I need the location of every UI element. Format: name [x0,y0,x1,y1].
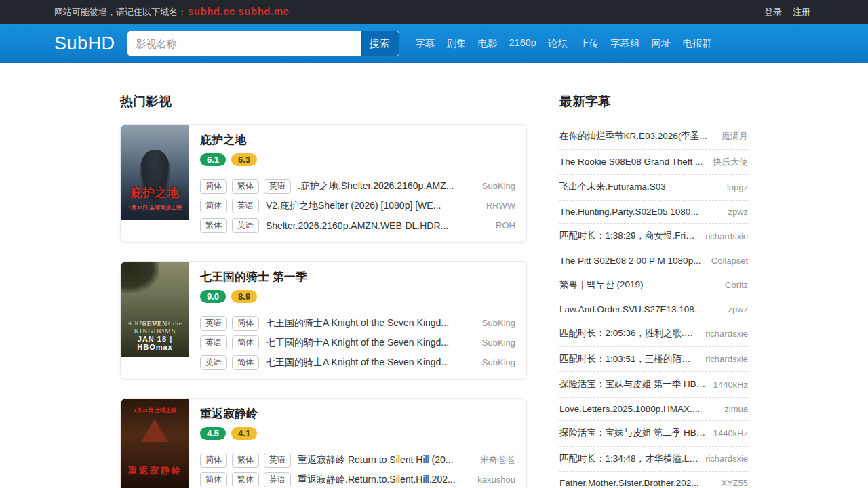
uploader-link[interactable]: 魔满月 [722,130,748,142]
subtitle-row: 简体 繁体 英语 .庇护之地.Shelter.2026.2160p.AMZ...… [200,176,515,196]
uploader-link[interactable]: zimua [724,404,748,414]
list-item: 匹配时长：2:05:36，胜利之歌.Yan...richardsxie [559,321,748,347]
lang-tag: 繁体 [232,472,259,487]
uploader-link[interactable]: 1440kHz [713,380,748,390]
subtitle-link[interactable]: The.Hunting.Party.S02E05.1080... [559,207,721,217]
nav-2160p[interactable]: 2160p [509,37,536,50]
subtitle-link[interactable]: 重返寂静岭 Return to Silent Hill (20... [298,454,475,466]
subtitle-link[interactable]: Shelter.2026.2160p.AMZN.WEB-DL.HDR... [266,220,491,231]
uploader-link[interactable]: SubKing [482,181,515,191]
uploader-link[interactable]: zpwz [728,207,748,217]
douban-rating-badge: 9.0 [200,290,226,303]
nav-urls[interactable]: 网址 [651,37,671,50]
poster-date-network: JAN 18 | HBOmax [121,335,189,351]
douban-rating-badge: 6.1 [200,153,226,166]
subtitle-link[interactable]: The Rookie S08E08 Grand Theft ... [559,157,706,167]
nav-forum[interactable]: 论坛 [548,37,568,50]
subtitle-link[interactable]: Love.Letters.2025.1080p.HMAX.... [559,404,717,414]
uploader-link[interactable]: richardsxie [705,354,748,364]
subtitle-link[interactable]: Father.Mother.Sister.Brother.202... [559,478,714,488]
uploader-link[interactable]: SubKing [482,357,515,367]
search-box: 搜索 [127,30,399,56]
movie-title[interactable]: 庇护之地 [200,132,515,148]
register-link[interactable]: 注册 [793,6,810,18]
uploader-link[interactable]: 快乐大使 [713,156,748,168]
subtitle-link[interactable]: 飞出个未来.Futurama.S03 [559,181,720,193]
uploader-link[interactable]: lnpgz [727,182,748,192]
login-link[interactable]: 登录 [764,6,782,18]
lang-tag: 英语 [200,336,227,350]
subtitle-link[interactable]: .庇护之地.Shelter.2026.2160p.AMZ... [298,180,477,192]
poster-date: JAN 18 [138,335,167,343]
poster-silent-hill[interactable]: 1月23日 全球上映 重返寂静岭 [121,399,189,488]
subtitle-link[interactable]: 七王國的騎士A Knight of the Seven Kingd... [266,337,477,349]
nav-movies[interactable]: 电影 [478,37,498,50]
lang-tag: 繁体 [232,453,259,468]
list-item: 繁粤｜백두산 (2019)Coritz [559,272,748,298]
latest-subtitles-title: 最新字幕 [559,93,748,110]
subtitle-row: 简体 繁体 英语 重返寂静岭 Return to Silent Hill (20… [200,450,515,470]
nav-upload[interactable]: 上传 [579,37,599,50]
lang-tag: 简体 [200,472,227,487]
subtitle-row: 英语 简体 七王國的騎士A Knight of the Seven Kingd.… [200,333,515,352]
lang-tag: 英语 [264,453,291,468]
subtitle-row: 繁体 英语 Shelter.2026.2160p.AMZN.WEB-DL.HDR… [200,216,515,235]
lang-tag: 英语 [264,472,291,487]
movie-title[interactable]: 重返寂静岭 [200,406,515,422]
poster-title-line2: SEVEN KINGDØMS [121,320,189,335]
uploader-link[interactable]: 米奇爸爸 [480,454,515,466]
subtitle-link[interactable]: 探险活宝：宝妹与皮姐 第二季 HBO ... [559,427,707,439]
domain-links[interactable]: subhd.cc subhd.me [188,5,289,17]
subtitle-link[interactable]: 重返寂静岭.Return.to.Silent.Hill.202... [298,474,473,486]
uploader-link[interactable]: 1440kHz [713,428,748,439]
imdb-rating-badge: 6.3 [231,153,257,166]
lang-tag: 繁体 [200,218,227,233]
uploader-link[interactable]: richardsxie [705,329,748,339]
uploader-link[interactable]: Collapset [711,256,748,266]
subtitle-link[interactable]: 七王国的骑士A Knight of the Seven Kingd... [266,317,477,329]
subtitle-link[interactable]: Law.And.Order.SVU.S27E13.108... [559,304,721,314]
subtitle-link[interactable]: 繁粤｜백두산 (2019) [559,279,718,291]
list-item: 匹配时长：1:38:29，商女恨.Frieda...richardsxie [559,224,748,249]
uploader-link[interactable]: richardsxie [705,453,748,464]
subtitle-link[interactable]: The Pitt S02E08 2 00 P M 1080p... [559,256,705,266]
subtitle-link[interactable]: 匹配时长：1:03:51，三楼的陌生人.... [559,353,698,365]
poster-pyramid-head [141,419,168,442]
subtitle-row: 简体 英语 V2.庇护之地Shelter (2026) [1080p] [WE.… [200,196,515,216]
latest-subtitles-list: 在你的灿烂季节KR.E03.2026(李圣...魔满月The Rookie S0… [559,124,748,488]
uploader-link[interactable]: XYZ55 [721,478,748,488]
subtitle-link[interactable]: 探险活宝：宝妹与皮姐 第一季 HBO ... [559,378,707,390]
nav-telegram[interactable]: 电报群 [682,37,712,50]
uploader-link[interactable]: kakushou [477,474,515,485]
list-item: 在你的灿烂季节KR.E03.2026(李圣...魔满月 [559,124,748,150]
uploader-link[interactable]: ROH [496,220,515,230]
subtitle-link[interactable]: V2.庇护之地Shelter (2026) [1080p] [WE... [266,200,481,212]
uploader-link[interactable]: Coritz [725,280,748,290]
subtitle-link[interactable]: 七王国的骑士A Knight of the Seven Kingd... [266,357,477,369]
movie-title[interactable]: 七王国的骑士 第一季 [200,269,515,285]
poster-knight[interactable]: A KNIGHT of the SEVEN KINGDØMS JAN 18 | … [121,262,189,357]
lang-tag: 英语 [232,218,259,233]
main-header: SubHD 搜索 字幕 剧集 电影 2160p 论坛 上传 字幕组 网址 电报群 [0,24,868,63]
nav-subgroups[interactable]: 字幕组 [610,37,640,50]
list-item: 探险活宝：宝妹与皮姐 第二季 HBO ...1440kHz [559,421,748,447]
lang-tag: 简体 [232,316,259,331]
nav-subtitles[interactable]: 字幕 [416,37,435,50]
subtitle-link[interactable]: 匹配时长：1:38:29，商女恨.Frieda... [559,230,698,242]
uploader-link[interactable]: RRWW [486,201,515,211]
search-input[interactable] [128,31,360,56]
uploader-link[interactable]: SubKing [482,338,515,348]
site-logo[interactable]: SubHD [54,33,115,54]
imdb-rating-badge: 4.1 [231,427,257,440]
nav-series[interactable]: 剧集 [447,37,467,50]
poster-shelter[interactable]: 庇护之地 1月30日 全球同步上映 [121,125,189,220]
subtitle-link[interactable]: 在你的灿烂季节KR.E03.2026(李圣... [559,130,715,142]
uploader-link[interactable]: zpwz [728,304,748,314]
lang-tag: 简体 [200,199,227,214]
subtitle-link[interactable]: 匹配时长：2:05:36，胜利之歌.Yan... [559,327,698,340]
subtitle-link[interactable]: 匹配时长：1:34:48，才华横溢.Le.b... [559,453,698,465]
lang-tag: 繁体 [232,179,259,194]
uploader-link[interactable]: richardsxie [705,231,748,241]
search-button[interactable]: 搜索 [360,31,399,56]
uploader-link[interactable]: SubKing [482,318,515,328]
